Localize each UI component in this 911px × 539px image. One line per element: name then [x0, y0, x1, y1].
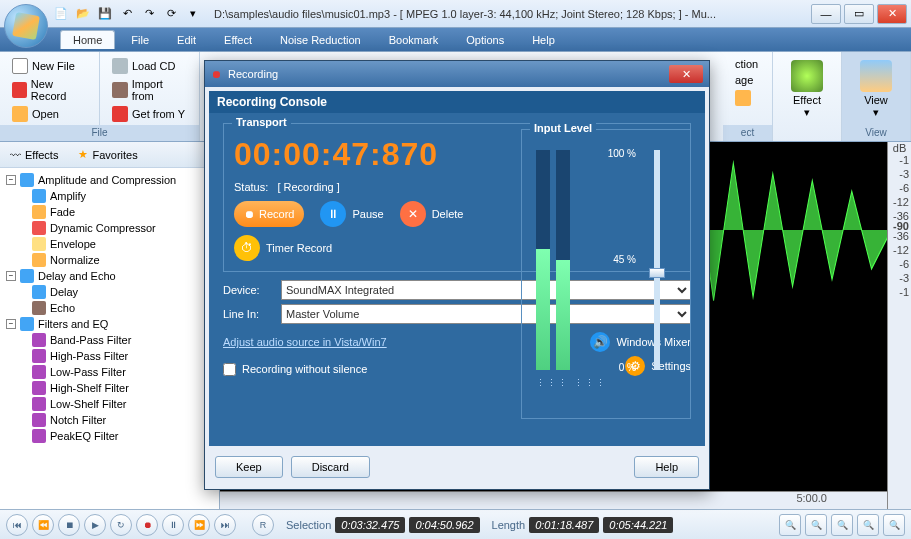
qat-new-icon[interactable]: 📄: [52, 5, 70, 23]
tree-item-notch[interactable]: Notch Filter: [4, 412, 215, 428]
qat-redo-icon[interactable]: ↷: [140, 5, 158, 23]
qat-open-icon[interactable]: 📂: [74, 5, 92, 23]
qat-save-icon[interactable]: 💾: [96, 5, 114, 23]
tree-item-highshelf[interactable]: High-Shelf Filter: [4, 380, 215, 396]
label: Band-Pass Filter: [50, 334, 131, 346]
tree-item-normalize[interactable]: Normalize: [4, 252, 215, 268]
tree-item-delay[interactable]: Delay: [4, 284, 215, 300]
keep-button[interactable]: Keep: [215, 456, 283, 478]
import-from-button[interactable]: Import from: [108, 76, 191, 104]
tab-help[interactable]: Help: [520, 31, 567, 49]
tree-group-filters[interactable]: −Filters and EQ: [4, 316, 215, 332]
goto-end-button[interactable]: ⏭: [214, 514, 236, 536]
tree-item-echo[interactable]: Echo: [4, 300, 215, 316]
dialog-close-button[interactable]: ✕: [669, 65, 703, 83]
length-val1: 0:01:18.487: [529, 517, 599, 533]
effects-tree: −Amplitude and Compression Amplify Fade …: [0, 168, 219, 509]
pause-button-dlg[interactable]: ⏸Pause: [320, 201, 383, 227]
record-button-dlg[interactable]: ⏺Record: [234, 201, 304, 227]
pause-button[interactable]: ⏸: [162, 514, 184, 536]
adjust-audio-link[interactable]: Adjust audio source in Vista/Win7: [223, 336, 387, 348]
level-meters: [536, 150, 570, 370]
label: Filters and EQ: [38, 318, 108, 330]
zoom-reset-button[interactable]: 🔍: [883, 514, 905, 536]
tree-item-peakeq[interactable]: PeakEQ Filter: [4, 428, 215, 444]
dialog-footer: Keep Discard Help: [205, 450, 709, 484]
discard-button[interactable]: Discard: [291, 456, 370, 478]
record-button[interactable]: ⏺: [136, 514, 158, 536]
label: PeakEQ Filter: [50, 430, 118, 442]
maximize-button[interactable]: ▭: [844, 4, 874, 24]
recording-without-silence-checkbox[interactable]: Recording without silence: [223, 363, 367, 376]
tab-edit[interactable]: Edit: [165, 31, 208, 49]
checkbox[interactable]: [223, 363, 236, 376]
tree-item-dyncomp[interactable]: Dynamic Compressor: [4, 220, 215, 236]
tree-item-amplify[interactable]: Amplify: [4, 188, 215, 204]
tree-group-amplitude[interactable]: −Amplitude and Compression: [4, 172, 215, 188]
open-button[interactable]: Open: [8, 104, 91, 124]
device-label: Device:: [223, 284, 273, 296]
label: Timer Record: [266, 242, 332, 254]
tree-item-fade[interactable]: Fade: [4, 204, 215, 220]
sidetab-effects[interactable]: 〰Effects: [0, 145, 68, 165]
repeat-button[interactable]: R: [252, 514, 274, 536]
new-record-button[interactable]: New Record: [8, 76, 91, 104]
tree-item-envelope[interactable]: Envelope: [4, 236, 215, 252]
zoom-sel-button[interactable]: 🔍: [805, 514, 827, 536]
stop-button[interactable]: ⏹: [58, 514, 80, 536]
load-cd-button[interactable]: Load CD: [108, 56, 191, 76]
label: Recording without silence: [242, 363, 367, 375]
recording-dialog: ⏺ Recording ✕ Recording Console Transpor…: [204, 60, 710, 490]
effect-button[interactable]: Effect▾: [781, 56, 833, 123]
tree-item-lowpass[interactable]: Low-Pass Filter: [4, 364, 215, 380]
menubar: Home File Edit Effect Noise Reduction Bo…: [0, 28, 911, 52]
tree-item-highpass[interactable]: High-Pass Filter: [4, 348, 215, 364]
tree-item-bandpass[interactable]: Band-Pass Filter: [4, 332, 215, 348]
tab-file[interactable]: File: [119, 31, 161, 49]
label: Delay and Echo: [38, 270, 116, 282]
rewind-button[interactable]: ⏪: [32, 514, 54, 536]
action-partial-button[interactable]: ction: [731, 56, 764, 72]
view-button[interactable]: View▾: [850, 56, 902, 123]
tree-group-delay-echo[interactable]: −Delay and Echo: [4, 268, 215, 284]
goto-start-button[interactable]: ⏮: [6, 514, 28, 536]
qat-dropdown-icon[interactable]: ▾: [184, 5, 202, 23]
volume-slider[interactable]: [654, 150, 660, 370]
tree-item-lowshelf[interactable]: Low-Shelf Filter: [4, 396, 215, 412]
play-loop-button[interactable]: ↻: [110, 514, 132, 536]
age-partial-button[interactable]: age: [731, 72, 764, 88]
zoom-fit-button[interactable]: 🔍: [779, 514, 801, 536]
group-label-view: View: [842, 125, 910, 141]
slider-thumb[interactable]: [649, 268, 665, 278]
sidetab-favorites[interactable]: ★Favorites: [68, 144, 147, 165]
linein-label: Line In:: [223, 308, 273, 320]
zoom-out-button[interactable]: 🔍: [857, 514, 879, 536]
wave-icon: 〰: [10, 149, 21, 161]
delete-button-dlg[interactable]: ✕Delete: [400, 201, 464, 227]
play-button[interactable]: ▶: [84, 514, 106, 536]
dialog-titlebar[interactable]: ⏺ Recording ✕: [205, 61, 709, 87]
tab-effect[interactable]: Effect: [212, 31, 264, 49]
zoom-in-button[interactable]: 🔍: [831, 514, 853, 536]
label: Amplitude and Compression: [38, 174, 176, 186]
pct-0: 0 %: [619, 362, 636, 373]
label: Record: [259, 208, 294, 220]
label: Get from Y: [132, 108, 185, 120]
tab-options[interactable]: Options: [454, 31, 516, 49]
label: Favorites: [92, 149, 137, 161]
input-level-group: Input Level ⋮⋮⋮ ⋮⋮⋮ 100 % 45 % 0 %: [521, 129, 691, 419]
tab-home[interactable]: Home: [60, 30, 115, 49]
tab-noise-reduction[interactable]: Noise Reduction: [268, 31, 373, 49]
new-file-button[interactable]: New File: [8, 56, 91, 76]
forward-button[interactable]: ⏩: [188, 514, 210, 536]
tab-bookmark[interactable]: Bookmark: [377, 31, 451, 49]
toolbar-icon[interactable]: [731, 88, 764, 108]
app-orb-button[interactable]: [4, 4, 48, 48]
qat-undo-icon[interactable]: ↶: [118, 5, 136, 23]
qat-refresh-icon[interactable]: ⟳: [162, 5, 180, 23]
close-button[interactable]: ✕: [877, 4, 907, 24]
get-from-button[interactable]: Get from Y: [108, 104, 191, 124]
label: Normalize: [50, 254, 100, 266]
minimize-button[interactable]: —: [811, 4, 841, 24]
help-button[interactable]: Help: [634, 456, 699, 478]
